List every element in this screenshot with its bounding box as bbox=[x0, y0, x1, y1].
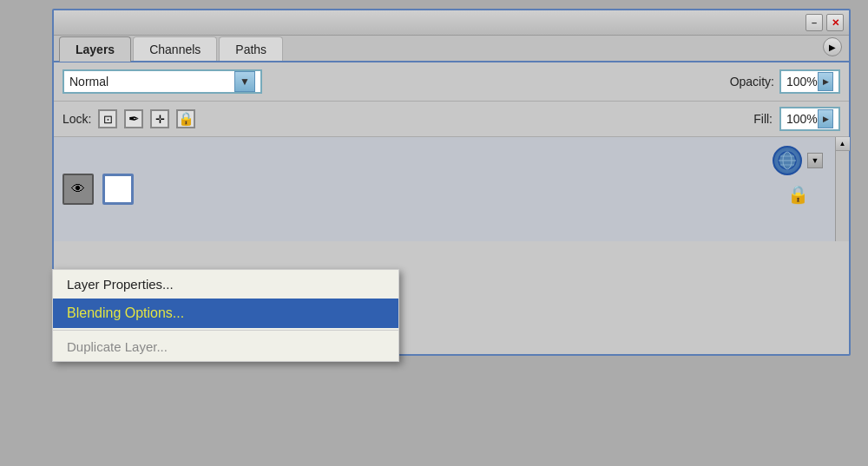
layer-list: 👁 ▼ 🔒 ▲ bbox=[54, 137, 849, 241]
layer-fx-icon[interactable] bbox=[773, 146, 802, 175]
lock-transparency-icon[interactable]: ⊡ bbox=[98, 109, 117, 128]
tab-paths[interactable]: Paths bbox=[219, 36, 283, 61]
layer-list-right: ▼ 🔒 bbox=[773, 146, 823, 208]
layer-thumbnail[interactable] bbox=[102, 174, 134, 205]
menu-divider bbox=[53, 330, 398, 331]
blend-opacity-row: Normal ▼ Opacity: 100% ▶ bbox=[54, 62, 849, 102]
opacity-group: Opacity: 100% ▶ bbox=[730, 69, 840, 94]
blend-mode-value: Normal bbox=[69, 75, 234, 89]
menu-item-blending-options[interactable]: Blending Options... bbox=[53, 299, 398, 328]
lock-label: Lock: bbox=[62, 112, 91, 126]
opacity-value: 100% bbox=[786, 75, 818, 89]
lock-row: Lock: ⊡ ✒ ✛ 🔒 Fill: 100% ▶ bbox=[54, 102, 849, 137]
opacity-label: Opacity: bbox=[730, 75, 774, 89]
menu-item-layer-properties[interactable]: Layer Properties... bbox=[53, 270, 398, 299]
tab-channels[interactable]: Channels bbox=[133, 36, 217, 61]
close-button[interactable]: ✕ bbox=[826, 14, 844, 31]
fill-label: Fill: bbox=[753, 112, 773, 126]
fill-arrow-btn[interactable]: ▶ bbox=[818, 109, 833, 128]
context-menu: Layer Properties... Blending Options... … bbox=[52, 269, 399, 362]
tabs-row: Layers Channels Paths ▶ bbox=[54, 36, 849, 62]
tabs-menu-arrow[interactable]: ▶ bbox=[823, 37, 842, 56]
layer-options-arrow[interactable]: ▼ bbox=[807, 153, 823, 168]
lock-all-icon[interactable]: 🔒 bbox=[176, 109, 195, 128]
layer-lock-icon: 🔒 bbox=[786, 180, 810, 208]
blend-mode-select[interactable]: Normal ▼ bbox=[62, 69, 262, 94]
lock-move-icon[interactable]: ✛ bbox=[150, 109, 169, 128]
fill-value: 100% bbox=[786, 112, 818, 126]
layer-eye-icon[interactable]: 👁 bbox=[62, 174, 94, 205]
scrollbar[interactable]: ▲ bbox=[835, 137, 849, 241]
opacity-arrow-btn[interactable]: ▶ bbox=[818, 72, 833, 91]
minimize-button[interactable]: – bbox=[806, 14, 823, 31]
opacity-value-box[interactable]: 100% ▶ bbox=[779, 69, 840, 94]
fill-value-box[interactable]: 100% ▶ bbox=[779, 107, 840, 131]
blend-mode-dropdown-btn[interactable]: ▼ bbox=[234, 71, 255, 92]
tab-layers[interactable]: Layers bbox=[59, 36, 131, 62]
menu-item-duplicate-layer: Duplicate Layer... bbox=[53, 332, 398, 361]
scroll-up-btn[interactable]: ▲ bbox=[836, 137, 850, 151]
lock-paint-icon[interactable]: ✒ bbox=[124, 109, 143, 128]
title-bar: – ✕ bbox=[54, 10, 849, 36]
